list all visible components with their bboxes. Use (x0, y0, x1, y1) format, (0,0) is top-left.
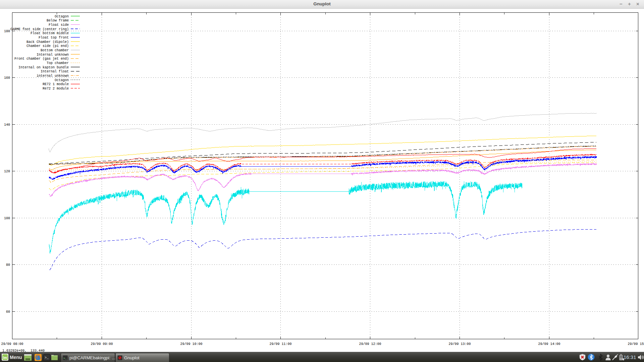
svg-text:Below frame: Below frame (47, 19, 69, 22)
svg-text:CARME foot side (center ring): CARME foot side (center ring) (10, 27, 69, 31)
svg-text:RE72 1 module: RE72 1 module (43, 82, 69, 86)
svg-text:>_: >_ (45, 356, 49, 360)
svg-text:Chamber side (pi end): Chamber side (pi end) (26, 44, 69, 48)
svg-text:29/09 15:00: 29/09 15:00 (628, 342, 644, 346)
svg-text:29/09 13:00: 29/09 13:00 (448, 342, 471, 346)
svg-text:29/09 14:00: 29/09 14:00 (538, 342, 560, 346)
svg-text:Octagon: Octagon (55, 15, 69, 18)
svg-text:Float top front: Float top front (39, 36, 69, 40)
svg-text:29/09 12:00: 29/09 12:00 (359, 342, 381, 346)
svg-text:29/09 08:00: 29/09 08:00 (1, 342, 23, 346)
svg-text:Back Chamber (dipole): Back Chamber (dipole) (26, 40, 69, 44)
svg-text:>_: >_ (63, 357, 67, 360)
svg-text:80: 80 (6, 263, 10, 267)
svg-text:Octagon: Octagon (55, 78, 69, 82)
svg-text:Float side: Float side (49, 23, 69, 27)
svg-text:Float bottom middle: Float bottom middle (31, 32, 69, 35)
svg-text:180: 180 (4, 29, 10, 33)
svg-text:Front chamber (gas jet end): Front chamber (gas jet end) (14, 57, 69, 61)
svg-text:160: 160 (4, 76, 10, 80)
svg-text:140: 140 (4, 123, 10, 127)
svg-text:29/09 09:00: 29/09 09:00 (91, 342, 113, 346)
svg-text:29/09 11:00: 29/09 11:00 (269, 342, 291, 346)
svg-text:internal unknown: internal unknown (37, 74, 69, 78)
svg-text:Internal on kapton bundle: Internal on kapton bundle (18, 66, 69, 69)
svg-text:29/09 10:00: 29/09 10:00 (180, 342, 202, 346)
svg-text:100: 100 (4, 217, 10, 220)
svg-text:Re72 2 module: Re72 2 module (43, 87, 69, 90)
svg-text:Top chamber: Top chamber (47, 61, 69, 65)
svg-text:lm: lm (3, 356, 7, 360)
svg-text:60: 60 (6, 310, 10, 314)
svg-text:Bottom chamber: Bottom chamber (41, 49, 69, 52)
svg-text:120: 120 (4, 170, 10, 173)
svg-text:Internal float: Internal float (41, 70, 69, 73)
svg-text:Internal unknown: Internal unknown (37, 53, 69, 57)
